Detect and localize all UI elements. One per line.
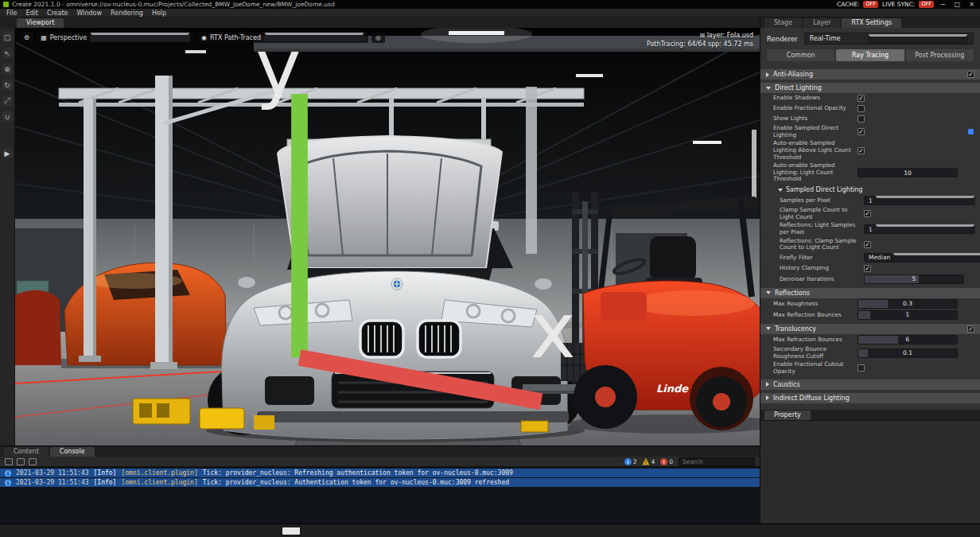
tab-ray-tracing[interactable]: Ray Tracing <box>836 49 904 61</box>
viewport-canvas[interactable]: Linde ⚙ ▦ Perspective <box>15 28 760 446</box>
omniverse-create-window: Create 2021.1.0 - omniverse://ov-nucleus… <box>0 0 980 537</box>
right-panel-tabstrip: Stage Layer RTX Settings <box>760 18 980 28</box>
info-count: 2 <box>633 458 637 465</box>
renderer-label: Renderer <box>767 35 798 43</box>
section-indirect-diffuse-lighting[interactable]: Indirect Diffuse Lighting <box>760 393 980 403</box>
light-count-threshold-field[interactable]: 10 <box>858 168 958 177</box>
axis-gizmo[interactable]: y x <box>15 28 760 446</box>
chevron-down-icon <box>875 196 975 205</box>
tab-post-processing[interactable]: Post Processing <box>906 49 974 61</box>
chevron-down-icon <box>766 327 771 330</box>
error-filter[interactable]: ! 0 <box>660 458 673 465</box>
warning-icon: ! <box>642 458 649 465</box>
setting-row: Samples per Pixel 1 <box>760 195 980 206</box>
setting-row: History Clamping ✓ <box>760 263 980 274</box>
enable-shadows-checkbox[interactable]: ✓ <box>858 95 865 102</box>
enable-fractional-opacity-checkbox[interactable] <box>858 105 865 112</box>
show-lights-checkbox[interactable] <box>858 115 865 123</box>
section-translucency[interactable]: Translucency ✓ <box>760 324 980 334</box>
menu-file[interactable]: File <box>6 10 17 17</box>
denoiser-iterations-field[interactable]: 5 <box>864 274 964 284</box>
layer-tab[interactable]: Layer <box>803 18 840 28</box>
setting-label: Show Lights <box>773 115 858 123</box>
setting-row: Max Refraction Bounces 6 <box>760 334 980 345</box>
viewport-tab[interactable]: Viewport <box>17 18 64 28</box>
marquee-select-icon[interactable]: ▢ <box>2 32 13 42</box>
menu-create[interactable]: Create <box>47 10 68 17</box>
play-button-icon[interactable]: ▶ <box>2 148 13 158</box>
cursor-select-icon[interactable]: ↖ <box>2 48 13 58</box>
anti-aliasing-checkbox[interactable]: ✓ <box>967 71 974 78</box>
move-tool-icon[interactable]: ⊕ <box>2 64 13 74</box>
setting-row: Enable Shadows ✓ <box>760 93 980 103</box>
info-icon: i <box>5 480 11 486</box>
chevron-down-icon <box>875 224 975 234</box>
log-row[interactable]: i 2021-03-29 11:51:43 [Info] [omni.clien… <box>0 478 760 487</box>
rotate-tool-icon[interactable]: ↻ <box>2 80 13 90</box>
section-title: Direct Lighting <box>775 84 822 91</box>
setting-row: Show Lights <box>760 114 980 124</box>
copy-log-icon[interactable] <box>17 458 25 465</box>
translucency-checkbox[interactable]: ✓ <box>967 325 974 333</box>
menu-edit[interactable]: Edit <box>25 10 38 17</box>
content-tab[interactable]: Content <box>4 447 49 457</box>
firefly-filter-dropdown[interactable]: Median <box>864 253 964 263</box>
chevron-down-icon <box>766 291 771 294</box>
setting-row: Auto-enable Sampled Lighting: Light Coun… <box>760 161 980 184</box>
enable-sampled-direct-lighting-checkbox[interactable]: ✓ <box>858 128 865 135</box>
clear-console-icon[interactable] <box>29 458 37 465</box>
maximize-button[interactable]: □ <box>952 1 962 8</box>
info-filter[interactable]: i 2 <box>624 458 637 465</box>
samples-per-pixel-dropdown[interactable]: 1 <box>864 196 964 205</box>
rtx-settings-tab[interactable]: RTX Settings <box>842 18 901 28</box>
log-level: [Info] <box>94 479 117 486</box>
console-tab[interactable]: Console <box>50 447 95 457</box>
reflections-clamp-checkbox[interactable]: ✓ <box>864 241 871 248</box>
changed-value-indicator <box>968 129 974 134</box>
renderer-dropdown[interactable]: Real-Time <box>804 33 974 45</box>
reflections-samples-dropdown[interactable]: 1 <box>864 224 964 234</box>
setting-label: Enable Fractional Cutout Opacity <box>773 361 858 375</box>
subsection-sampled-direct-lighting[interactable]: Sampled Direct Lighting <box>760 184 980 195</box>
console-log-area[interactable]: i 2021-03-29 11:51:43 [Info] [omni.clien… <box>0 467 760 523</box>
setting-label: Max Refraction Bounces <box>773 337 858 344</box>
secondary-bounce-cutoff-field[interactable]: 0.1 <box>858 348 958 358</box>
fractional-cutout-opac-checkbox[interactable] <box>858 364 865 372</box>
log-row[interactable]: i 2021-03-29 11:51:43 [Info] [omni.clien… <box>0 469 760 477</box>
auto-enable-above-threshold-checkbox[interactable]: ✓ <box>858 147 865 154</box>
property-tab[interactable]: Property <box>764 411 811 420</box>
max-roughness-field[interactable]: 0.3 <box>858 299 958 309</box>
setting-label: Samples per Pixel <box>780 197 864 204</box>
menu-window[interactable]: Window <box>76 10 102 17</box>
log-timestamp: 2021-03-29 11:51:43 <box>16 479 89 486</box>
renderer-row: Renderer Real-Time <box>760 28 980 48</box>
setting-label: Enable Shadows <box>773 95 858 102</box>
menu-help[interactable]: Help <box>152 10 166 17</box>
rtx-mode-tabs: Common Ray Tracing Post Processing <box>760 48 980 66</box>
warning-filter[interactable]: ! 4 <box>642 458 655 465</box>
tab-common[interactable]: Common <box>767 49 834 61</box>
close-button[interactable]: × <box>966 1 977 8</box>
max-refraction-bounces-field[interactable]: 6 <box>858 335 958 344</box>
live-sync-status-badge[interactable]: OFF <box>919 1 934 8</box>
snap-tool-icon[interactable]: ∪ <box>2 111 13 122</box>
section-direct-lighting[interactable]: Direct Lighting <box>760 83 980 93</box>
section-title: Indirect Diffuse Lighting <box>773 395 850 402</box>
menu-rendering[interactable]: Rendering <box>111 10 143 17</box>
cache-status-badge[interactable]: OFF <box>863 1 878 8</box>
minimize-button[interactable]: ─ <box>938 1 948 8</box>
section-reflections[interactable]: Reflections <box>760 288 980 298</box>
dropdown-value: 1 <box>869 226 873 233</box>
history-clamping-checkbox[interactable]: ✓ <box>864 265 871 272</box>
chevron-down-icon <box>892 253 980 263</box>
rtx-settings-panel: Stage Layer RTX Settings Renderer Real-T… <box>760 18 980 523</box>
stage-tab[interactable]: Stage <box>764 18 802 28</box>
clamp-sample-count-checkbox[interactable]: ✓ <box>864 210 871 217</box>
scale-tool-icon[interactable]: ⤢ <box>2 95 13 106</box>
section-title: Translucency <box>775 325 816 333</box>
save-log-icon[interactable] <box>5 458 13 465</box>
max-reflection-bounces-field[interactable]: 1 <box>858 310 958 320</box>
section-caustics[interactable]: Caustics <box>760 379 980 390</box>
section-anti-aliasing[interactable]: Anti-Aliasing ✓ <box>760 69 980 80</box>
console-search-input[interactable] <box>679 457 755 466</box>
